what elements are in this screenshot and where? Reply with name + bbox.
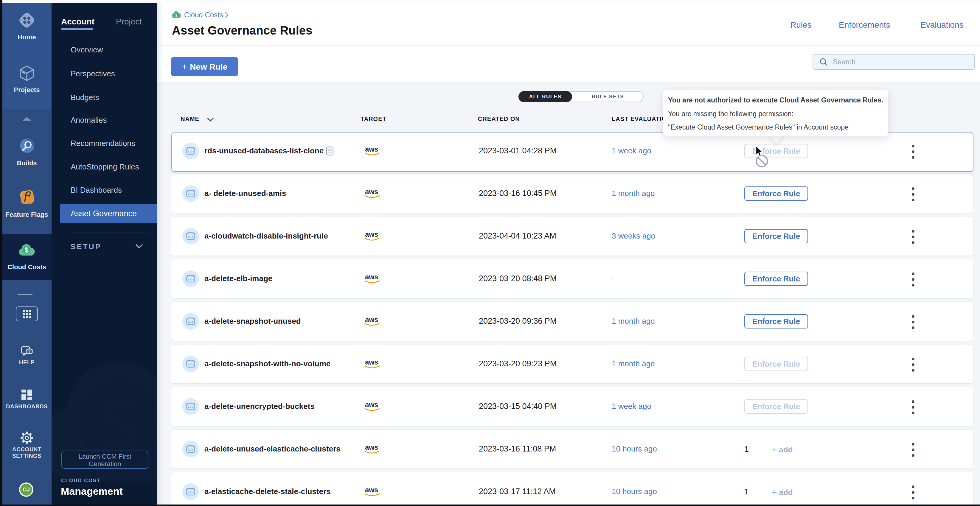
svg-text:</>: </> — [188, 235, 194, 239]
svg-text:aws: aws — [365, 188, 378, 196]
svg-text:</>: </> — [188, 491, 194, 494]
svg-text:aws: aws — [365, 443, 378, 451]
svg-text:</>: </> — [188, 278, 194, 281]
svg-text:aws: aws — [365, 230, 378, 238]
svg-text:?: ? — [28, 349, 31, 354]
svg-text:aws: aws — [365, 145, 378, 153]
svg-text:aws: aws — [365, 273, 378, 281]
svg-text:aws: aws — [365, 401, 378, 409]
svg-text:</>: </> — [188, 320, 194, 324]
svg-text:$: $ — [175, 13, 178, 17]
svg-text:aws: aws — [365, 358, 378, 366]
svg-text:</>: </> — [188, 363, 194, 366]
svg-text:$: $ — [24, 246, 29, 254]
svg-text:aws: aws — [365, 486, 378, 494]
svg-text:</>: </> — [188, 406, 194, 409]
svg-text:aws: aws — [365, 316, 378, 324]
svg-text:</>: </> — [188, 448, 194, 452]
svg-text:</>: </> — [188, 150, 194, 154]
svg-text:</>: </> — [188, 193, 194, 196]
